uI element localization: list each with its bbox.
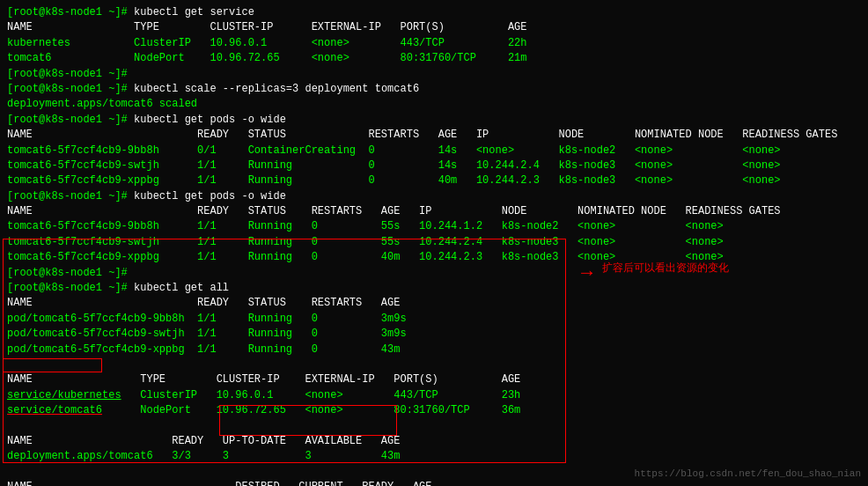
line-6: [root@k8s-node1 ~]# kubectl scale --repl… [7, 82, 861, 97]
line-5: [root@k8s-node1 ~]# [7, 67, 861, 82]
line-12: tomcat6-5f7ccf4cb9-xppbg 1/1 Running 0 4… [7, 173, 861, 188]
line-22: pod/tomcat6-5f7ccf4cb9-swtjh 1/1 Running… [7, 327, 861, 342]
line-30: deployment.apps/tomcat6 3/3 3 3 43m [7, 449, 861, 464]
terminal: [root@k8s-node1 ~]# kubectl get service … [0, 0, 868, 486]
line-32: NAME DESIRED CURRENT READY AGE [7, 480, 861, 486]
line-21: pod/tomcat6-5f7ccf4cb9-9bb8h 1/1 Running… [7, 312, 861, 327]
watermark: https://blog.csdn.net/fen_dou_shao_nian [635, 468, 861, 479]
line-3: kubernetes ClusterIP 10.96.0.1 <none> 44… [7, 36, 861, 51]
line-10: tomcat6-5f7ccf4cb9-9bb8h 0/1 ContainerCr… [7, 144, 861, 158]
line-27: service/tomcat6 NodePort 10.96.72.65 <no… [7, 403, 861, 418]
line-25: NAME TYPE CLUSTER-IP EXTERNAL-IP PORT(S)… [7, 372, 861, 387]
line-14: NAME READY STATUS RESTARTS AGE IP NODE N… [7, 204, 861, 219]
line-17: tomcat6-5f7ccf4cb9-xppbg 1/1 Running 0 4… [7, 250, 861, 265]
line-9: NAME READY STATUS RESTARTS AGE IP NODE N… [7, 128, 861, 143]
line-20: NAME READY STATUS RESTARTS AGE [7, 296, 861, 311]
line-16: tomcat6-5f7ccf4cb9-swtjh 1/1 Running 0 5… [7, 235, 861, 250]
line-13: [root@k8s-node1 ~]# kubectl get pods -o … [7, 189, 861, 204]
line-15: tomcat6-5f7ccf4cb9-9bb8h 1/1 Running 0 5… [7, 219, 861, 234]
line-2: NAME TYPE CLUSTER-IP EXTERNAL-IP PORT(S)… [7, 20, 861, 35]
line-4: tomcat6 NodePort 10.96.72.65 <none> 80:3… [7, 51, 861, 66]
line-8: [root@k8s-node1 ~]# kubectl get pods -o … [7, 113, 861, 128]
line-18: [root@k8s-node1 ~]# [7, 266, 861, 281]
line-26: service/kubernetes ClusterIP 10.96.0.1 <… [7, 388, 861, 403]
line-blank2 [7, 419, 861, 434]
line-23: pod/tomcat6-5f7ccf4cb9-xppbg 1/1 Running… [7, 342, 861, 357]
line-29: NAME READY UP-TO-DATE AVAILABLE AGE [7, 434, 861, 449]
line-blank1 [7, 357, 861, 372]
line-19: [root@k8s-node1 ~]# kubectl get all [7, 281, 861, 296]
annotation-text: 扩容后可以看出资源的变化 [602, 261, 729, 276]
annotation-arrow: → [581, 262, 592, 284]
line-7: deployment.apps/tomcat6 scaled [7, 97, 861, 112]
line-11: tomcat6-5f7ccf4cb9-swtjh 1/1 Running 0 1… [7, 158, 861, 173]
line-1: [root@k8s-node1 ~]# kubectl get service [7, 5, 861, 20]
